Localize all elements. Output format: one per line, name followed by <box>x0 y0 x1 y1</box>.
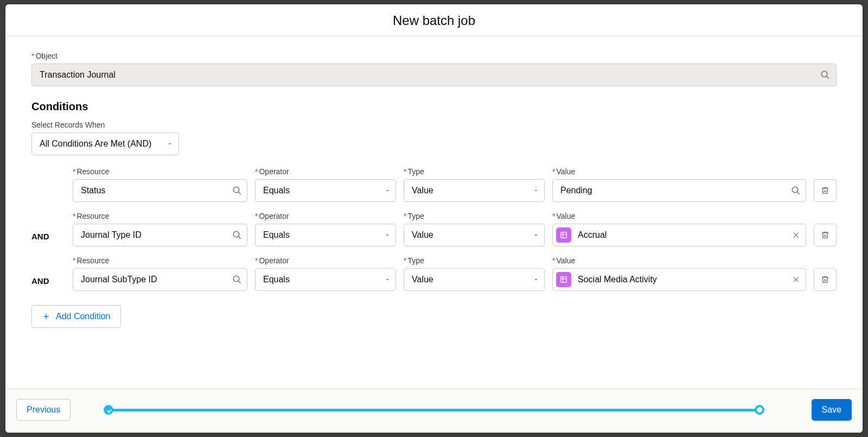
clear-icon[interactable] <box>792 276 800 284</box>
condition-joiner <box>31 197 65 202</box>
chevron-down-icon <box>384 232 391 238</box>
trash-icon <box>821 231 829 239</box>
operator-label: Operator <box>255 167 396 176</box>
type-input[interactable] <box>404 224 545 246</box>
value-label: Value <box>552 212 806 220</box>
type-field[interactable] <box>404 268 545 291</box>
chevron-down-icon <box>384 276 391 283</box>
add-condition-label: Add Condition <box>56 312 111 321</box>
save-button[interactable]: Save <box>812 399 852 421</box>
progress-indicator <box>103 404 765 416</box>
value-text: Social Media Activity <box>578 275 657 284</box>
operator-field[interactable] <box>255 179 396 202</box>
svg-point-17 <box>233 276 239 282</box>
value-label: Value <box>552 256 806 265</box>
select-when-value: All Conditions Are Met (AND) <box>40 139 151 149</box>
modal-footer: Previous Save <box>5 389 863 433</box>
add-condition-button[interactable]: Add Condition <box>31 305 121 328</box>
resource-input[interactable] <box>73 179 247 202</box>
conditions-list: Resource Operator <box>31 167 837 291</box>
delete-condition-button[interactable] <box>814 224 837 246</box>
svg-line-3 <box>238 192 241 194</box>
chevron-down-icon <box>167 141 173 147</box>
operator-field[interactable] <box>255 224 396 246</box>
operator-label: Operator <box>255 212 396 220</box>
resource-field[interactable] <box>73 224 247 246</box>
operator-input[interactable] <box>255 179 396 202</box>
modal-title: New batch job <box>5 13 863 28</box>
previous-button[interactable]: Previous <box>16 399 71 421</box>
search-icon <box>232 275 242 284</box>
value-label: Value <box>552 167 806 176</box>
resource-label: Resource <box>73 256 247 265</box>
condition-joiner: AND <box>31 276 65 291</box>
conditions-heading: Conditions <box>31 100 837 113</box>
clear-icon[interactable] <box>792 231 800 239</box>
operator-field[interactable] <box>255 268 396 291</box>
resource-label: Resource <box>73 212 247 220</box>
chevron-down-icon <box>533 276 539 283</box>
type-field[interactable] <box>404 179 545 202</box>
delete-condition-button[interactable] <box>814 179 837 202</box>
search-icon <box>232 186 242 195</box>
search-icon <box>820 70 830 80</box>
plus-icon <box>42 312 50 321</box>
progress-step-current-icon[interactable] <box>755 405 764 415</box>
chevron-down-icon <box>384 187 391 194</box>
svg-line-18 <box>238 281 241 283</box>
object-input[interactable] <box>31 64 837 86</box>
modal-header: New batch job <box>5 4 863 36</box>
progress-step-complete-icon[interactable] <box>104 405 113 415</box>
type-label: Type <box>404 167 545 176</box>
svg-point-4 <box>792 187 798 193</box>
select-when-label: Select Records When <box>31 121 837 129</box>
delete-condition-button[interactable] <box>814 268 837 291</box>
svg-point-2 <box>233 187 239 193</box>
value-text: Accrual <box>578 230 607 240</box>
value-pill-field[interactable]: Accrual <box>552 224 806 246</box>
condition-joiner: AND <box>31 232 65 246</box>
resource-field[interactable] <box>73 179 247 202</box>
object-lookup[interactable] <box>31 64 837 86</box>
search-icon <box>791 186 801 195</box>
chevron-down-icon <box>533 232 539 238</box>
type-field[interactable] <box>404 224 545 246</box>
record-icon <box>556 272 571 287</box>
type-input[interactable] <box>404 268 545 291</box>
resource-field[interactable] <box>73 268 247 291</box>
resource-input[interactable] <box>73 224 247 246</box>
svg-line-5 <box>797 192 800 194</box>
type-input[interactable] <box>404 179 545 202</box>
svg-line-9 <box>238 236 241 239</box>
svg-point-8 <box>233 231 239 237</box>
value-input[interactable] <box>552 179 806 202</box>
operator-label: Operator <box>255 256 396 265</box>
type-label: Type <box>404 212 545 220</box>
svg-line-1 <box>826 76 829 79</box>
resource-label: Resource <box>73 167 247 176</box>
resource-input[interactable] <box>73 268 247 291</box>
search-icon <box>232 230 242 240</box>
chevron-down-icon <box>533 187 539 194</box>
modal-body: Object Conditions Select Records When Al… <box>5 36 863 389</box>
object-label: Object <box>31 52 837 60</box>
svg-point-0 <box>821 71 827 77</box>
svg-rect-10 <box>561 232 567 238</box>
select-when-dropdown[interactable]: All Conditions Are Met (AND) <box>31 132 179 155</box>
value-pill-field[interactable]: Social Media Activity <box>552 268 806 291</box>
operator-input[interactable] <box>255 224 396 246</box>
condition-row: AND Resource Operator <box>31 256 837 291</box>
trash-icon <box>821 186 829 195</box>
progress-bar <box>107 409 761 411</box>
trash-icon <box>821 275 829 284</box>
modal-new-batch-job: New batch job Object Conditions Select R… <box>5 4 863 433</box>
condition-row: AND Resource Operator <box>31 212 837 246</box>
record-icon <box>556 227 571 243</box>
type-label: Type <box>404 256 545 265</box>
operator-input[interactable] <box>255 268 396 291</box>
svg-rect-19 <box>561 277 567 283</box>
value-field[interactable] <box>552 179 806 202</box>
condition-row: Resource Operator <box>31 167 837 202</box>
